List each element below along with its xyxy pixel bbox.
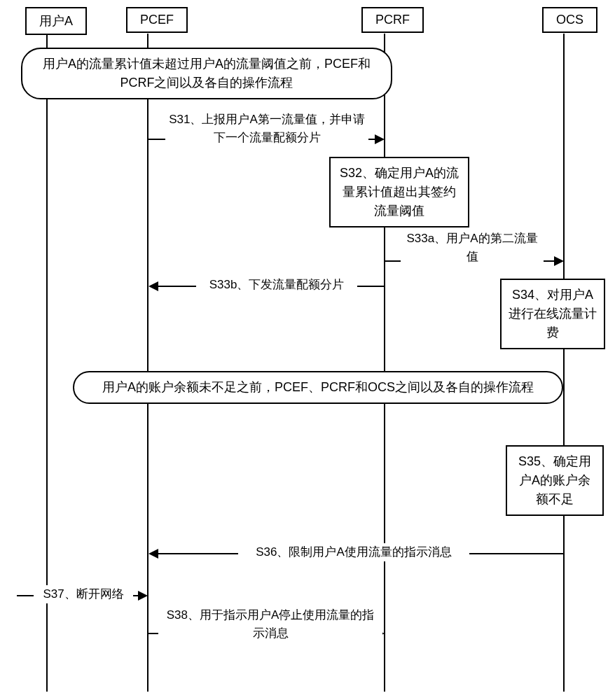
label-s33a: S33a、用户A的第二流量值 bbox=[401, 230, 544, 265]
arrow-head-s33a bbox=[554, 256, 564, 266]
arrow-head-s33b bbox=[148, 281, 158, 291]
participant-pcef: PCEF bbox=[126, 7, 188, 33]
participant-pcrf: PCRF bbox=[361, 7, 424, 33]
participant-ocs: OCS bbox=[542, 7, 597, 33]
label-s31: S31、上报用户A第一流量值，并申请下一个流量配额分片 bbox=[165, 111, 368, 146]
label-s33b: S33b、下发流量配额分片 bbox=[196, 276, 357, 294]
note-pre-threshold: 用户A的流量累计值未超过用户A的流量阈值之前，PCEF和PCRF之间以及各自的操… bbox=[21, 48, 392, 99]
activity-s32: S32、确定用户A的流量累计值超出其签约流量阈值 bbox=[329, 157, 469, 227]
arrow-head-s37 bbox=[138, 591, 148, 601]
arrow-head-s36 bbox=[148, 549, 158, 559]
note-pre-balance: 用户A的账户余额未不足之前，PCEF、PCRF和OCS之间以及各自的操作流程 bbox=[73, 371, 563, 404]
lifeline-pcrf bbox=[384, 34, 385, 692]
arrow-head-s31 bbox=[375, 134, 385, 144]
participant-user-a: 用户A bbox=[25, 7, 87, 35]
activity-s35: S35、确定用户A的账户余额不足 bbox=[506, 445, 604, 516]
lifeline-ocs bbox=[563, 34, 565, 692]
label-s37: S37、断开网络 bbox=[34, 585, 133, 603]
label-s38: S38、用于指示用户A停止使用流量的指示消息 bbox=[158, 606, 382, 642]
activity-s34: S34、对用户A进行在线流量计费 bbox=[500, 279, 605, 349]
label-s36: S36、限制用户A使用流量的指示消息 bbox=[238, 543, 469, 561]
